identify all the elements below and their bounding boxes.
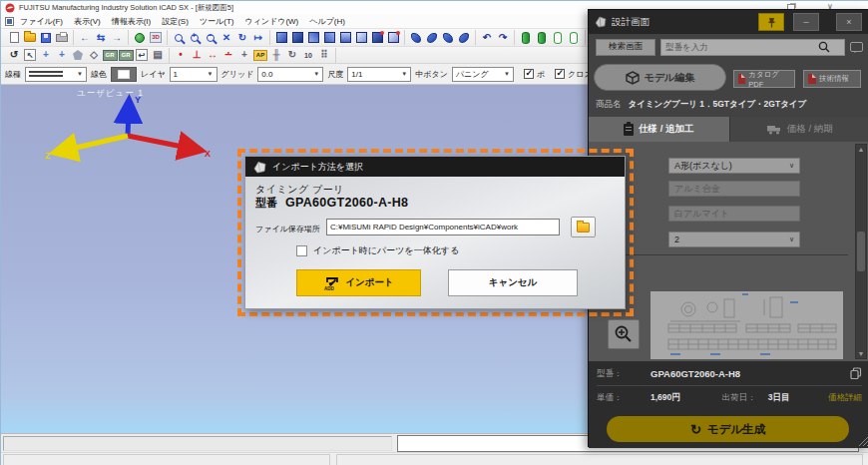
close-button[interactable]: × xyxy=(836,13,862,31)
copy-element-icon[interactable]: + xyxy=(54,48,70,63)
cancel-button[interactable]: キャンセル xyxy=(448,269,578,296)
line-type-label: 線種 xyxy=(5,69,21,80)
select-arrow-icon[interactable]: ↖ xyxy=(22,48,38,63)
pan-left-icon[interactable]: ← xyxy=(77,30,93,45)
line-type-select[interactable]: ▼ xyxy=(25,67,87,82)
zoom-refresh-icon[interactable]: ↻ xyxy=(234,30,250,45)
scroll-up-icon[interactable]: ▲ xyxy=(858,146,865,153)
view-rotate-icon[interactable] xyxy=(369,30,385,45)
new-file-icon[interactable] xyxy=(6,30,22,45)
zoom-window-icon[interactable]: ✕ xyxy=(218,30,234,45)
tab-spec[interactable]: 仕様 / 追加工 xyxy=(589,117,729,142)
snap-end-icon[interactable]: ⊥ xyxy=(189,48,205,63)
scroll-thumb[interactable] xyxy=(857,232,865,271)
zoom-previous-icon[interactable]: ↦ xyxy=(250,30,266,45)
menu-ウィンドウ(W)[interactable]: ウィンドウ(W) xyxy=(244,16,298,27)
grid-dots-icon[interactable]: ⠿ xyxy=(316,48,332,63)
view-points-icon[interactable] xyxy=(385,30,401,45)
teeth-select[interactable]: 2∨ xyxy=(668,232,800,247)
search-icon[interactable] xyxy=(818,41,830,53)
select-rotate-icon[interactable]: ↺ xyxy=(6,48,22,63)
file-path-input[interactable] xyxy=(326,219,560,235)
pan-route-icon[interactable]: ⇆ xyxy=(93,30,109,45)
view-left-icon[interactable] xyxy=(305,30,321,45)
menu-情報表示(I)[interactable]: 情報表示(I) xyxy=(112,16,152,27)
layer-select[interactable]: 1▼ xyxy=(170,67,217,82)
middle-button-select[interactable]: パニング▼ xyxy=(452,67,514,82)
menu-ツール(T)[interactable]: ツール(T) xyxy=(200,16,234,27)
pan-right-icon[interactable]: → xyxy=(109,30,125,45)
save-icon[interactable] xyxy=(38,30,54,45)
model-edit-button[interactable]: モデル編集 xyxy=(594,64,726,91)
browse-folder-button[interactable] xyxy=(571,217,596,237)
shape-type-select[interactable]: A形(ボスなし)∨ xyxy=(668,158,800,174)
group-b-icon[interactable]: GR xyxy=(118,48,134,63)
tab-price[interactable]: 価格 / 納期 xyxy=(729,117,868,142)
zoom-out-icon[interactable] xyxy=(203,30,218,45)
import-button[interactable]: ADD インポート xyxy=(296,269,421,296)
cylinder-solid-2-icon[interactable] xyxy=(534,30,550,45)
toggle-2d3d-icon[interactable]: 3D xyxy=(148,30,164,45)
view-right-icon[interactable] xyxy=(321,30,337,45)
scroll-down-icon[interactable]: ▼ xyxy=(858,350,865,357)
flag-list-icon[interactable]: ▤ xyxy=(150,48,166,63)
drawing-thumbnail[interactable] xyxy=(651,291,843,359)
view-iso-icon[interactable] xyxy=(273,30,289,45)
pin-button[interactable] xyxy=(758,13,784,31)
zoom-in-icon[interactable] xyxy=(187,30,203,45)
menu-表示(V)[interactable]: 表示(V) xyxy=(74,16,101,27)
menu-設定(S)[interactable]: 設定(S) xyxy=(162,16,189,27)
zoom-icon[interactable] xyxy=(171,30,187,45)
view-wireframe-icon[interactable] xyxy=(353,30,369,45)
menu-ファイル(F)[interactable]: ファイル(F) xyxy=(20,16,63,27)
solid-tool-4-icon[interactable] xyxy=(456,30,472,45)
document-icon[interactable] xyxy=(5,17,14,26)
redo-icon[interactable]: ↷ xyxy=(495,30,511,45)
snap-ap-icon[interactable]: AP xyxy=(252,48,268,63)
view-shaded-icon[interactable] xyxy=(289,30,305,45)
cylinder-solid-1-icon[interactable] xyxy=(518,30,534,45)
chat-icon[interactable] xyxy=(850,42,863,52)
view-tree-icon[interactable] xyxy=(132,30,148,45)
catalog-pdf-button[interactable]: カタログPDF xyxy=(733,70,795,88)
grid-select[interactable]: 0.0▼ xyxy=(257,67,323,82)
attach-element-icon[interactable]: ◇ xyxy=(86,48,102,63)
solid-tool-3-icon[interactable] xyxy=(440,30,456,45)
zoom-thumbnail-button[interactable] xyxy=(608,319,640,349)
unify-parts-checkbox[interactable]: インポート時にパーツを一体化する xyxy=(296,244,459,257)
line-color-picker[interactable] xyxy=(111,67,137,82)
copy-icon[interactable] xyxy=(850,367,862,380)
minimize-button[interactable]: – xyxy=(793,13,819,31)
print-icon[interactable] xyxy=(54,30,70,45)
price-detail-link[interactable]: 価格詳細 xyxy=(828,392,862,404)
undo-icon[interactable]: ↶ xyxy=(479,30,495,45)
move-element-icon[interactable]: + xyxy=(38,48,54,63)
cylinder-wire-2-icon[interactable] xyxy=(566,30,582,45)
snap-point-icon[interactable]: • xyxy=(173,48,189,63)
cylinder-wire-1-icon[interactable] xyxy=(550,30,566,45)
axis-y-label: Y xyxy=(135,95,141,105)
cross-cursor-checkbox[interactable]: クロス xyxy=(555,69,593,80)
search-screen-button[interactable]: 検索画面 xyxy=(596,39,655,56)
line-color-label: 線色 xyxy=(91,69,107,80)
polygon-select-icon[interactable] xyxy=(70,48,86,63)
snap-pitch-icon[interactable]: 10 xyxy=(300,48,316,63)
generate-model-button[interactable]: ↻ モデル生成 xyxy=(607,416,849,442)
resize-grip[interactable] xyxy=(859,437,868,446)
group-a-icon[interactable]: GR xyxy=(102,48,118,63)
snap-mid-icon[interactable]: ↔ xyxy=(205,48,220,63)
return-step-icon[interactable]: ↩ xyxy=(134,48,150,63)
tech-info-button[interactable]: 技術情報 xyxy=(803,70,861,88)
snap-rotate-icon[interactable]: ↻ xyxy=(284,48,300,63)
snap-offset-icon[interactable]: ╫ xyxy=(268,48,284,63)
snap-cross-icon[interactable]: + xyxy=(236,48,252,63)
scale-select[interactable]: 1/1▼ xyxy=(347,67,411,82)
solid-tool-2-icon[interactable] xyxy=(424,30,440,45)
snap-divide-icon[interactable]: ∸ xyxy=(220,48,236,63)
solid-tool-1-icon[interactable] xyxy=(408,30,424,45)
snap-guide-checkbox[interactable]: ポ xyxy=(524,69,545,80)
vertical-scrollbar[interactable]: ▲ ▼ xyxy=(855,144,867,359)
view-top-icon[interactable] xyxy=(337,30,353,45)
open-folder-icon[interactable] xyxy=(22,30,38,45)
menu-ヘルプ(H)[interactable]: ヘルプ(H) xyxy=(309,16,345,27)
